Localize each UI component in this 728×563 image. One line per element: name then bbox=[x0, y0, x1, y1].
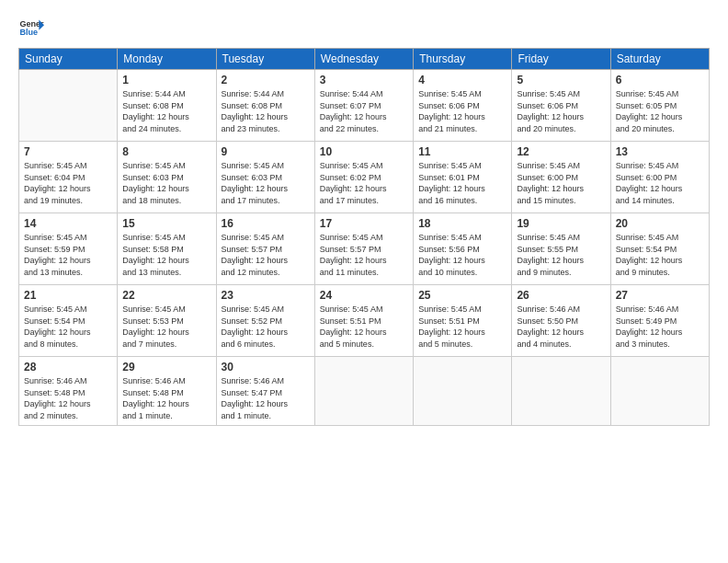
calendar-day-header: Saturday bbox=[610, 49, 709, 70]
calendar-cell: 11Sunrise: 5:45 AM Sunset: 6:01 PM Dayli… bbox=[414, 142, 512, 213]
day-info: Sunrise: 5:46 AM Sunset: 5:48 PM Dayligh… bbox=[122, 375, 210, 421]
calendar-cell: 26Sunrise: 5:46 AM Sunset: 5:50 PM Dayli… bbox=[512, 285, 610, 357]
calendar-header-row: SundayMondayTuesdayWednesdayThursdayFrid… bbox=[19, 49, 710, 70]
calendar-cell: 16Sunrise: 5:45 AM Sunset: 5:57 PM Dayli… bbox=[216, 213, 314, 285]
day-info: Sunrise: 5:45 AM Sunset: 5:57 PM Dayligh… bbox=[320, 232, 408, 278]
day-info: Sunrise: 5:45 AM Sunset: 6:06 PM Dayligh… bbox=[418, 88, 506, 134]
calendar-day-header: Friday bbox=[512, 49, 610, 70]
calendar-week-row: 7Sunrise: 5:45 AM Sunset: 6:04 PM Daylig… bbox=[19, 142, 710, 213]
calendar-day-header: Tuesday bbox=[216, 49, 314, 70]
header: General Blue bbox=[18, 15, 710, 40]
day-info: Sunrise: 5:44 AM Sunset: 6:08 PM Dayligh… bbox=[122, 88, 210, 134]
calendar-cell: 4Sunrise: 5:45 AM Sunset: 6:06 PM Daylig… bbox=[414, 70, 512, 142]
day-info: Sunrise: 5:45 AM Sunset: 5:58 PM Dayligh… bbox=[122, 232, 210, 278]
day-info: Sunrise: 5:46 AM Sunset: 5:50 PM Dayligh… bbox=[517, 304, 605, 350]
day-info: Sunrise: 5:45 AM Sunset: 5:54 PM Dayligh… bbox=[24, 304, 112, 350]
calendar-week-row: 1Sunrise: 5:44 AM Sunset: 6:08 PM Daylig… bbox=[19, 70, 710, 142]
calendar-week-row: 14Sunrise: 5:45 AM Sunset: 5:59 PM Dayli… bbox=[19, 213, 710, 285]
calendar-cell: 24Sunrise: 5:45 AM Sunset: 5:51 PM Dayli… bbox=[314, 285, 413, 357]
day-info: Sunrise: 5:45 AM Sunset: 5:56 PM Dayligh… bbox=[418, 232, 506, 278]
day-number: 1 bbox=[122, 74, 210, 86]
day-number: 18 bbox=[418, 217, 506, 230]
day-number: 14 bbox=[24, 217, 112, 230]
calendar-cell bbox=[314, 357, 413, 426]
calendar-cell: 19Sunrise: 5:45 AM Sunset: 5:55 PM Dayli… bbox=[512, 213, 610, 285]
day-info: Sunrise: 5:45 AM Sunset: 6:00 PM Dayligh… bbox=[616, 160, 704, 206]
day-info: Sunrise: 5:45 AM Sunset: 5:57 PM Dayligh… bbox=[222, 232, 310, 278]
calendar-table: SundayMondayTuesdayWednesdayThursdayFrid… bbox=[18, 48, 710, 426]
day-number: 27 bbox=[616, 289, 704, 302]
day-info: Sunrise: 5:45 AM Sunset: 5:52 PM Dayligh… bbox=[222, 304, 310, 350]
day-number: 24 bbox=[320, 289, 408, 302]
day-number: 23 bbox=[222, 289, 310, 302]
day-number: 20 bbox=[616, 217, 704, 230]
day-number: 5 bbox=[517, 74, 605, 86]
day-number: 12 bbox=[517, 145, 605, 158]
day-info: Sunrise: 5:46 AM Sunset: 5:48 PM Dayligh… bbox=[24, 375, 112, 421]
calendar-cell: 30Sunrise: 5:46 AM Sunset: 5:47 PM Dayli… bbox=[216, 357, 314, 426]
calendar-day-header: Wednesday bbox=[314, 49, 413, 70]
calendar-cell: 21Sunrise: 5:45 AM Sunset: 5:54 PM Dayli… bbox=[19, 285, 118, 357]
calendar-cell: 13Sunrise: 5:45 AM Sunset: 6:00 PM Dayli… bbox=[610, 142, 709, 213]
day-number: 25 bbox=[418, 289, 506, 302]
day-number: 21 bbox=[24, 289, 112, 302]
calendar-cell: 14Sunrise: 5:45 AM Sunset: 5:59 PM Dayli… bbox=[19, 213, 118, 285]
day-info: Sunrise: 5:45 AM Sunset: 6:05 PM Dayligh… bbox=[616, 88, 704, 134]
calendar-cell: 27Sunrise: 5:46 AM Sunset: 5:49 PM Dayli… bbox=[610, 285, 709, 357]
day-info: Sunrise: 5:45 AM Sunset: 6:03 PM Dayligh… bbox=[122, 160, 210, 206]
calendar-cell: 7Sunrise: 5:45 AM Sunset: 6:04 PM Daylig… bbox=[19, 142, 118, 213]
day-number: 9 bbox=[222, 145, 310, 158]
calendar-cell bbox=[512, 357, 610, 426]
day-info: Sunrise: 5:45 AM Sunset: 6:06 PM Dayligh… bbox=[517, 88, 605, 134]
day-info: Sunrise: 5:45 AM Sunset: 5:51 PM Dayligh… bbox=[320, 304, 408, 350]
day-info: Sunrise: 5:45 AM Sunset: 6:04 PM Dayligh… bbox=[24, 160, 112, 206]
calendar-cell bbox=[610, 357, 709, 426]
day-number: 6 bbox=[616, 74, 704, 86]
calendar-cell: 17Sunrise: 5:45 AM Sunset: 5:57 PM Dayli… bbox=[314, 213, 413, 285]
day-number: 3 bbox=[320, 74, 408, 86]
day-info: Sunrise: 5:45 AM Sunset: 6:03 PM Dayligh… bbox=[222, 160, 310, 206]
calendar-cell: 18Sunrise: 5:45 AM Sunset: 5:56 PM Dayli… bbox=[414, 213, 512, 285]
day-info: Sunrise: 5:45 AM Sunset: 5:55 PM Dayligh… bbox=[517, 232, 605, 278]
calendar-cell: 20Sunrise: 5:45 AM Sunset: 5:54 PM Dayli… bbox=[610, 213, 709, 285]
day-number: 29 bbox=[122, 361, 210, 373]
day-info: Sunrise: 5:45 AM Sunset: 6:01 PM Dayligh… bbox=[418, 160, 506, 206]
day-info: Sunrise: 5:45 AM Sunset: 6:00 PM Dayligh… bbox=[517, 160, 605, 206]
day-info: Sunrise: 5:45 AM Sunset: 6:02 PM Dayligh… bbox=[320, 160, 408, 206]
calendar-day-header: Sunday bbox=[19, 49, 118, 70]
day-info: Sunrise: 5:46 AM Sunset: 5:47 PM Dayligh… bbox=[222, 375, 310, 421]
calendar-cell: 23Sunrise: 5:45 AM Sunset: 5:52 PM Dayli… bbox=[216, 285, 314, 357]
calendar-cell: 12Sunrise: 5:45 AM Sunset: 6:00 PM Dayli… bbox=[512, 142, 610, 213]
day-info: Sunrise: 5:44 AM Sunset: 6:07 PM Dayligh… bbox=[320, 88, 408, 134]
day-number: 7 bbox=[24, 145, 112, 158]
day-number: 11 bbox=[418, 145, 506, 158]
calendar-cell: 9Sunrise: 5:45 AM Sunset: 6:03 PM Daylig… bbox=[216, 142, 314, 213]
day-number: 10 bbox=[320, 145, 408, 158]
day-info: Sunrise: 5:45 AM Sunset: 5:51 PM Dayligh… bbox=[418, 304, 506, 350]
calendar-cell: 5Sunrise: 5:45 AM Sunset: 6:06 PM Daylig… bbox=[512, 70, 610, 142]
calendar-cell: 10Sunrise: 5:45 AM Sunset: 6:02 PM Dayli… bbox=[314, 142, 413, 213]
day-info: Sunrise: 5:45 AM Sunset: 5:54 PM Dayligh… bbox=[616, 232, 704, 278]
logo: General Blue bbox=[18, 15, 44, 40]
day-number: 15 bbox=[122, 217, 210, 230]
day-number: 17 bbox=[320, 217, 408, 230]
calendar-cell: 28Sunrise: 5:46 AM Sunset: 5:48 PM Dayli… bbox=[19, 357, 118, 426]
calendar-cell: 8Sunrise: 5:45 AM Sunset: 6:03 PM Daylig… bbox=[118, 142, 216, 213]
day-number: 22 bbox=[122, 289, 210, 302]
day-number: 4 bbox=[418, 74, 506, 86]
day-info: Sunrise: 5:45 AM Sunset: 5:53 PM Dayligh… bbox=[122, 304, 210, 350]
calendar-cell: 15Sunrise: 5:45 AM Sunset: 5:58 PM Dayli… bbox=[118, 213, 216, 285]
calendar-week-row: 21Sunrise: 5:45 AM Sunset: 5:54 PM Dayli… bbox=[19, 285, 710, 357]
calendar-cell: 29Sunrise: 5:46 AM Sunset: 5:48 PM Dayli… bbox=[118, 357, 216, 426]
calendar-cell: 6Sunrise: 5:45 AM Sunset: 6:05 PM Daylig… bbox=[610, 70, 709, 142]
day-info: Sunrise: 5:44 AM Sunset: 6:08 PM Dayligh… bbox=[222, 88, 310, 134]
calendar-day-header: Monday bbox=[118, 49, 216, 70]
calendar-cell bbox=[19, 70, 118, 142]
day-info: Sunrise: 5:45 AM Sunset: 5:59 PM Dayligh… bbox=[24, 232, 112, 278]
day-info: Sunrise: 5:46 AM Sunset: 5:49 PM Dayligh… bbox=[616, 304, 704, 350]
calendar-week-row: 28Sunrise: 5:46 AM Sunset: 5:48 PM Dayli… bbox=[19, 357, 710, 426]
calendar-cell: 22Sunrise: 5:45 AM Sunset: 5:53 PM Dayli… bbox=[118, 285, 216, 357]
svg-text:Blue: Blue bbox=[19, 28, 38, 37]
logo-icon: General Blue bbox=[18, 15, 44, 40]
calendar-cell bbox=[414, 357, 512, 426]
